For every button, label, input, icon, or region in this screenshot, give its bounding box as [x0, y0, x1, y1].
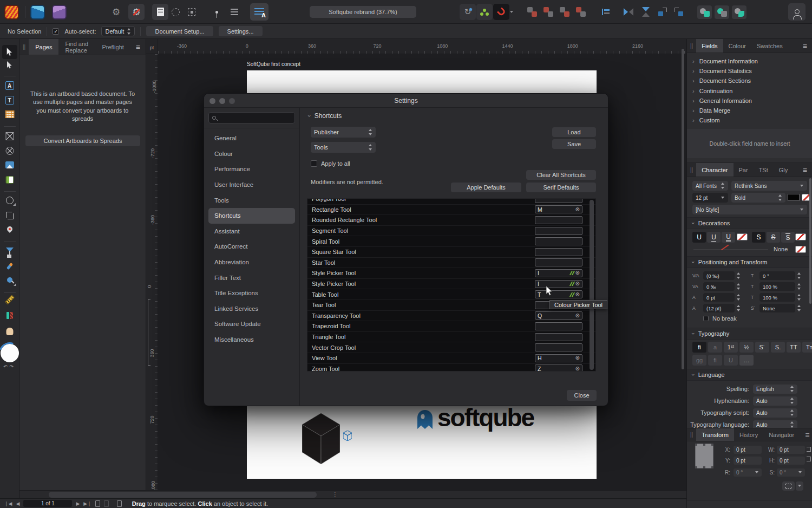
vertical-scrollbar[interactable]	[682, 49, 684, 369]
shortcut-key-field[interactable]: ⊗	[535, 216, 582, 224]
typography-feature-button[interactable]: fi	[708, 355, 722, 366]
shortcut-row[interactable]: Star Tool ⊗	[307, 258, 595, 269]
node-tool[interactable]	[6, 61, 13, 69]
typography-feature-button[interactable]: U	[724, 355, 738, 366]
shortcut-row[interactable]: Zoom Tool Z ⊗	[307, 364, 595, 372]
zoom-tool[interactable]	[1, 344, 19, 362]
pin-icon[interactable]	[215, 0, 218, 24]
transform-origin-button[interactable]	[782, 481, 795, 491]
clear-shortcut-button[interactable]: ⊗	[575, 355, 580, 361]
r-field[interactable]: 0 °	[734, 468, 762, 477]
flip-horizontal-icon[interactable]	[624, 0, 633, 24]
hand-tool[interactable]	[6, 328, 13, 335]
settings-sidebar-item[interactable]: Linked Services	[208, 301, 295, 317]
strikethrough-colour-swatch[interactable]	[795, 233, 806, 240]
stroke-style-preview[interactable]	[693, 250, 768, 250]
document-page-icon[interactable]	[152, 0, 168, 24]
picture-frame-rectangle-tool[interactable]	[5, 132, 14, 140]
close-button[interactable]: Close	[567, 390, 597, 401]
settings-sidebar-item[interactable]: Tools	[208, 192, 295, 208]
language-dropdown[interactable]: Auto	[753, 396, 797, 406]
clear-shortcut-button[interactable]: ⊗	[575, 366, 580, 372]
positioning-field[interactable]: 0 °	[759, 271, 795, 280]
boolean-subtract-icon[interactable]	[715, 0, 729, 24]
typography-feature-button[interactable]: a	[708, 342, 722, 353]
clear-shortcut-button[interactable]: ⊗	[575, 270, 580, 276]
serif-defaults-button[interactable]: Serif Defaults	[526, 183, 596, 192]
pen-tool[interactable]	[7, 226, 12, 232]
ruler-tool[interactable]	[5, 298, 15, 302]
text-frame-icon[interactable]: A	[250, 0, 269, 24]
shortcut-key-field[interactable]: ⊗	[535, 198, 582, 203]
settings-sidebar-item[interactable]: Assistant	[208, 224, 295, 239]
shortcut-key-field[interactable]: ⊗	[535, 227, 582, 235]
clear-shortcut-button[interactable]: ⊗	[575, 313, 580, 318]
positioning-field[interactable]: 100 %	[759, 282, 795, 291]
settings-sidebar-item[interactable]: Miscellaneous	[208, 332, 295, 348]
settings-sidebar-item[interactable]: Software Update	[208, 316, 295, 332]
w-field[interactable]: 0 pt	[777, 446, 805, 454]
zoom-window-icon[interactable]	[229, 98, 235, 104]
typography-feature-button[interactable]: …	[739, 355, 754, 366]
cube-logo-graphic[interactable]	[302, 413, 340, 464]
shortcut-key-field[interactable]: ⊗	[535, 237, 582, 245]
clear-shortcut-button[interactable]: ⊗	[575, 292, 580, 297]
no-break-checkbox[interactable]	[703, 316, 709, 321]
auto-select-checkbox[interactable]: ✓	[53, 28, 59, 35]
move-tool[interactable]	[2, 45, 17, 59]
page-indicator[interactable]: 1 of 1	[23, 500, 72, 507]
strikethrough-button[interactable]: S	[781, 232, 795, 243]
field-group[interactable]: ›General Information	[687, 96, 812, 106]
panel-menu-icon[interactable]: ≡	[797, 39, 812, 53]
fields-panel-tab[interactable]: Swatches	[751, 39, 788, 53]
last-page-button[interactable]: ▶❘	[83, 501, 91, 506]
chevron-down-icon[interactable]	[796, 481, 803, 491]
stroke-style-value[interactable]: None	[774, 246, 788, 252]
positioning-field[interactable]: 100 %	[759, 293, 795, 302]
shortcut-row[interactable]: Spiral Tool ⊗	[307, 236, 595, 247]
stepper[interactable]	[797, 305, 801, 311]
y-field[interactable]: 0 pt	[734, 457, 762, 465]
apply-to-all-checkbox[interactable]	[311, 160, 317, 167]
dotted-frame-icon[interactable]	[188, 0, 195, 24]
affinity-publisher-icon[interactable]	[4, 0, 19, 24]
underline-colour-swatch[interactable]	[737, 233, 748, 240]
panel-drag-handle[interactable]: ||	[19, 39, 29, 55]
transform-panel-tab[interactable]: Navigator	[763, 428, 800, 441]
close-window-icon[interactable]	[209, 98, 215, 104]
shortcut-row[interactable]: Segment Tool ⊗	[307, 226, 595, 237]
load-button[interactable]: Load	[552, 127, 596, 137]
underline-button[interactable]: U	[722, 232, 735, 243]
vector-crop-tool[interactable]	[6, 212, 14, 219]
horizontal-scrollbar-thumb[interactable]	[49, 492, 317, 498]
character-panel-tab[interactable]: Gly	[774, 163, 794, 177]
shortcut-key-field[interactable]: ⊗	[535, 343, 582, 351]
flip-vertical-icon[interactable]	[641, 0, 651, 24]
font-scope-dropdown[interactable]: All Fonts	[692, 181, 728, 191]
frame-text-tool[interactable]: T	[5, 96, 14, 105]
arrange-forward-icon[interactable]	[559, 0, 571, 24]
affinity-photo-icon[interactable]	[52, 0, 67, 24]
language-dropdown[interactable]: Auto	[753, 408, 797, 418]
panel-menu-icon[interactable]: ≡	[130, 39, 146, 55]
splitter-handle-icon[interactable]: ⋮	[332, 491, 338, 498]
left-panel-tab[interactable]: Preflight	[95, 39, 130, 55]
typography-feature-button[interactable]: fi	[692, 342, 706, 353]
settings-sidebar-item[interactable]: Title Exceptions	[208, 285, 295, 301]
panel-drag-handle[interactable]: ||	[687, 39, 696, 53]
place-image-tool[interactable]	[5, 161, 14, 168]
next-page-button[interactable]: ▶	[76, 501, 80, 506]
fields-panel-tab[interactable]: Fields	[696, 39, 723, 53]
minimize-window-icon[interactable]	[219, 98, 225, 104]
fields-panel-tab[interactable]: Colour	[723, 39, 751, 53]
arrange-backward-icon[interactable]	[542, 0, 554, 24]
chevron-down-icon[interactable]	[510, 0, 513, 24]
settings-sidebar-item[interactable]: General	[208, 131, 295, 146]
table-scrollbar[interactable]	[590, 200, 594, 370]
shortcut-key-field[interactable]: T ⊗	[535, 290, 582, 298]
gear-settings-icon[interactable]: ⚙	[128, 0, 145, 24]
shortcut-row[interactable]: Triangle Tool ⊗	[307, 332, 595, 343]
positioning-section-header[interactable]: ›Positioning and Transform	[687, 256, 812, 268]
rotate-view-icon[interactable]: ↻	[460, 0, 476, 24]
typography-feature-button[interactable]: ½	[739, 342, 754, 353]
